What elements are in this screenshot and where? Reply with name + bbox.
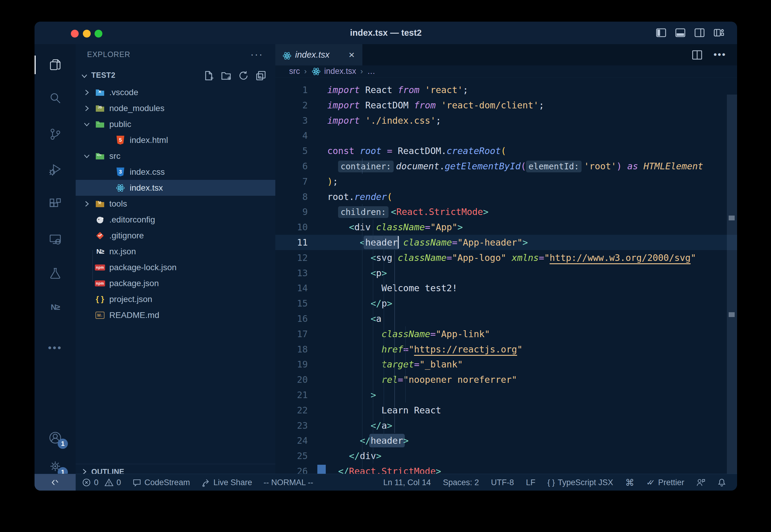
refresh-icon[interactable] — [238, 70, 249, 81]
statusbar-spaces-2[interactable]: Spaces: 2 — [443, 478, 479, 487]
code-line-4[interactable]: 4 — [275, 128, 737, 143]
code-line-25[interactable]: 25 </div> — [275, 448, 737, 464]
files-activity-button[interactable] — [35, 54, 76, 75]
code-line-13[interactable]: 13 <p> — [275, 265, 737, 281]
code-line-18[interactable]: 18 href="https://reactjs.org" — [275, 342, 737, 357]
indent-guide — [362, 159, 362, 174]
code-line-16[interactable]: 16 <a — [275, 311, 737, 326]
source-control-activity-button[interactable] — [35, 124, 76, 145]
tree-item-package-lock-json[interactable]: npmpackage-lock.json — [76, 259, 275, 275]
statusbar-typescript-jsx[interactable]: { }TypeScript JSX — [547, 478, 613, 487]
code-line-3[interactable]: 3import './index.css'; — [275, 113, 737, 128]
code-line-7[interactable]: 7); — [275, 174, 737, 189]
code-editor[interactable]: 1import React from 'react';2import React… — [275, 77, 737, 474]
indent-guide — [373, 219, 373, 464]
new-folder-icon[interactable] — [221, 70, 231, 81]
close-tab-icon[interactable]: × — [349, 49, 355, 61]
tree-item-tools[interactable]: ⚒tools — [76, 196, 275, 212]
code-line-19[interactable]: 19 target="_blank" — [275, 357, 737, 372]
collapse-all-icon[interactable] — [255, 70, 266, 81]
tree-item-readme-md[interactable]: M↓README.md — [76, 307, 275, 323]
statusbar-bell-icon[interactable] — [717, 478, 726, 487]
statusbar-label: -- NORMAL -- — [264, 478, 313, 487]
layout-sidebar-icon[interactable] — [655, 27, 667, 38]
code-line-20[interactable]: 20 rel="noopener noreferrer" — [275, 372, 737, 387]
code-line-6[interactable]: 6 container:document.getElementById(elem… — [275, 159, 737, 174]
tab-index-tsx[interactable]: index.tsx × — [275, 44, 362, 65]
tree-item-index-css[interactable]: 3index.css — [76, 164, 275, 180]
statusbar-lf[interactable]: LF — [526, 478, 536, 487]
more-icon[interactable]: ••• — [713, 49, 726, 61]
test-beaker-activity-button[interactable] — [35, 263, 76, 284]
code-line-21[interactable]: 21 > — [275, 387, 737, 403]
tree-item-index-html[interactable]: 5index.html — [76, 132, 275, 148]
statusbar-ln-11-col-14[interactable]: Ln 11, Col 14 — [383, 478, 431, 487]
tab-bar: index.tsx × ••• — [275, 44, 737, 65]
explorer-more-button[interactable]: ··· — [250, 48, 263, 60]
code-line-17[interactable]: 17 className="App-link" — [275, 326, 737, 342]
new-file-icon[interactable] — [203, 70, 214, 81]
braces-icon: { } — [95, 294, 105, 304]
project-section-header[interactable]: TEST2 — [76, 67, 275, 84]
tree-item-src[interactable]: </>src — [76, 148, 275, 164]
remote-explorer-activity-button[interactable] — [35, 229, 76, 250]
code-line-14[interactable]: 14 Welcome test2! — [275, 280, 737, 296]
editor-scrollbar[interactable] — [727, 95, 737, 474]
code-text: const root = ReactDOM.createRoot( — [327, 143, 506, 159]
code-line-5[interactable]: 5const root = ReactDOM.createRoot( — [275, 143, 737, 159]
account-button[interactable]: 1 — [35, 427, 76, 448]
tree-item-nx-json[interactable]: N≥nx.json — [76, 243, 275, 259]
more-button[interactable]: ••• — [35, 337, 76, 358]
statusbar--normal-[interactable]: -- NORMAL -- — [264, 478, 313, 487]
explorer-title: EXPLORER — [87, 50, 130, 59]
breadcrumb-item[interactable]: src — [289, 67, 300, 76]
tree-item-project-json[interactable]: { }project.json — [76, 291, 275, 307]
tree-item-index-tsx[interactable]: index.tsx — [76, 180, 275, 196]
run-debug-activity-button[interactable] — [35, 159, 76, 180]
breadcrumb-item[interactable]: index.tsx — [311, 66, 356, 77]
tree-item--vscode[interactable]: ✕.vscode — [76, 84, 275, 100]
layout-customize-icon[interactable] — [713, 27, 724, 38]
layout-panel-icon[interactable] — [675, 27, 686, 38]
chevron-right-icon — [83, 104, 91, 112]
code-line-12[interactable]: 12 <svg className="App-logo" xmlns="http… — [275, 250, 737, 265]
code-line-26[interactable]: 26 </React.StrictMode> — [275, 464, 737, 474]
react-icon — [311, 66, 321, 77]
statusbar-feedback-icon[interactable] — [696, 478, 705, 487]
code-line-9[interactable]: 9 children:<React.StrictMode> — [275, 204, 737, 219]
statusbar-codestream[interactable]: CodeStream — [132, 478, 190, 487]
code-line-23[interactable]: 23 </a> — [275, 418, 737, 433]
breadcrumb[interactable]: src›index.tsx›… — [275, 65, 737, 77]
code-line-10[interactable]: 10 <div className="App"> — [275, 219, 737, 235]
code-line-1[interactable]: 1import React from 'react'; — [275, 82, 737, 98]
statusbar-label: 0 — [116, 478, 121, 487]
statusbar-0[interactable]: 0 — [82, 478, 98, 487]
tree-item--gitignore[interactable]: .gitignore — [76, 228, 275, 243]
statusbar-pretzel-icon[interactable]: ⌘ — [625, 477, 634, 488]
statusbar-0[interactable]: 0 — [104, 478, 121, 487]
statusbar-utf-8[interactable]: UTF-8 — [491, 478, 514, 487]
code-line-24[interactable]: 24 </header> — [275, 433, 737, 448]
code-line-2[interactable]: 2import ReactDOM from 'react-dom/client'… — [275, 98, 737, 113]
tree-item-node-modules[interactable]: JSnode_modules — [76, 100, 275, 116]
tree-item--editorconfig[interactable]: .editorconfig — [76, 212, 275, 228]
tree-item-public[interactable]: ◦◦public — [76, 116, 275, 132]
code-line-8[interactable]: 8root.render( — [275, 189, 737, 204]
statusbar-prettier[interactable]: ✓✓Prettier — [646, 478, 684, 487]
remote-indicator[interactable] — [35, 474, 76, 491]
layout-sidebar-right-icon[interactable] — [694, 27, 705, 38]
tree-item-package-json[interactable]: npmpackage.json — [76, 275, 275, 291]
split-editor-icon[interactable] — [691, 49, 703, 61]
file-label: package.json — [109, 279, 159, 288]
code-line-11[interactable]: 11 <header className="App-header"> — [275, 235, 737, 250]
file-label: index.html — [130, 135, 168, 145]
search-activity-button[interactable] — [35, 88, 76, 109]
code-line-22[interactable]: 22 Learn React — [275, 403, 737, 418]
folder-tools-icon: ⚒ — [95, 199, 105, 209]
code-line-15[interactable]: 15 </p> — [275, 296, 737, 311]
extensions-activity-button[interactable] — [35, 193, 76, 214]
line-number: 17 — [275, 326, 308, 342]
nx-console-activity-button[interactable]: N≥ — [35, 297, 76, 318]
breadcrumb-item[interactable]: … — [367, 67, 375, 76]
statusbar-live-share[interactable]: Live Share — [201, 478, 252, 487]
